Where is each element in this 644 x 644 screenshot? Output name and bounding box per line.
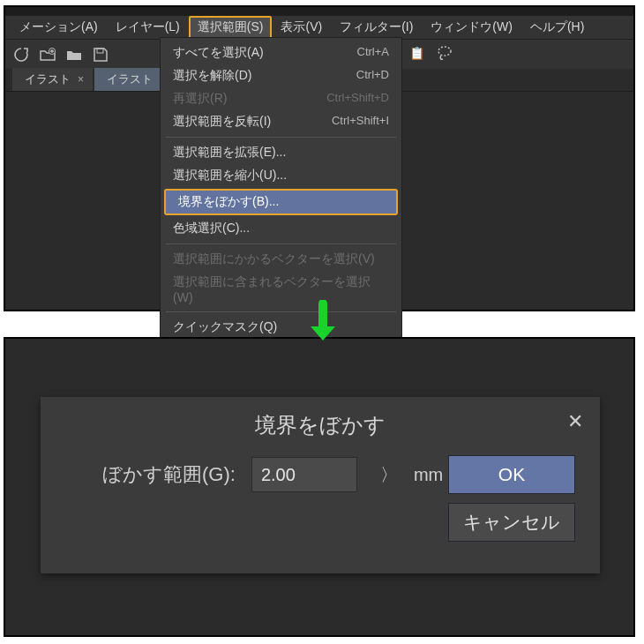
open-folder-icon[interactable] <box>64 44 85 65</box>
refresh-icon[interactable] <box>11 44 32 65</box>
menu-filter[interactable]: フィルター(I) <box>331 16 422 39</box>
menu-select-vectors-contained: 選択範囲に含まれるベクターを選択(W) <box>161 271 401 308</box>
menu-expand-selection[interactable]: 選択範囲を拡張(E)... <box>161 141 401 164</box>
cancel-button[interactable]: キャンセル <box>448 503 575 542</box>
window-titlebar <box>5 7 633 16</box>
tab-label: イラスト <box>25 71 71 87</box>
menu-separator <box>166 137 396 138</box>
close-icon[interactable]: × <box>78 73 84 86</box>
menu-deselect[interactable]: 選択を解除(D)Ctrl+D <box>161 64 401 87</box>
menu-reselect: 再選択(R)Ctrl+Shift+D <box>161 87 401 110</box>
save-icon[interactable] <box>90 44 111 65</box>
menu-view[interactable]: 表示(V) <box>272 16 331 39</box>
blur-range-label: ぼかす範囲(G): <box>102 461 236 488</box>
tab-label: イラスト <box>107 71 153 87</box>
app-window-top: メーション(A) レイヤー(L) 選択範囲(S) 表示(V) フィルター(I) … <box>4 5 635 311</box>
menu-help[interactable]: ヘルプ(H) <box>521 16 593 39</box>
app-window-bottom: 境界をぼかす ✕ ぼかす範囲(G): 〉 mm OK キャンセル <box>4 337 635 637</box>
menu-separator <box>166 243 396 244</box>
unit-label: mm <box>414 465 443 485</box>
lasso-icon[interactable] <box>434 42 455 64</box>
clipboard-icon[interactable]: 📋 <box>406 42 427 64</box>
menu-animation[interactable]: メーション(A) <box>11 16 107 39</box>
blur-border-dialog: 境界をぼかす ✕ ぼかす範囲(G): 〉 mm OK キャンセル <box>41 397 600 573</box>
menu-shrink-selection[interactable]: 選択範囲を縮小(U)... <box>161 164 401 187</box>
menu-blur-border-highlight: 境界をぼかす(B)... <box>164 189 398 215</box>
chevron-right-icon[interactable]: 〉 <box>380 463 398 487</box>
add-folder-icon[interactable] <box>37 44 58 65</box>
menu-select-vectors-touching: 選択範囲にかかるベクターを選択(V) <box>161 248 401 271</box>
toolbar-right: 📋 <box>406 42 455 64</box>
menu-separator <box>166 311 396 312</box>
blur-range-input[interactable] <box>251 457 357 492</box>
selection-menu-dropdown: すべてを選択(A)Ctrl+A 選択を解除(D)Ctrl+D 再選択(R)Ctr… <box>160 37 402 366</box>
menu-select-all[interactable]: すべてを選択(A)Ctrl+A <box>161 41 401 64</box>
menu-color-range[interactable]: 色域選択(C)... <box>161 217 401 240</box>
menu-blur-border[interactable]: 境界をぼかす(B)... <box>166 191 396 213</box>
menu-quick-mask[interactable]: クイックマスク(Q) <box>161 316 401 339</box>
ok-button[interactable]: OK <box>448 455 575 494</box>
menu-selection[interactable]: 選択範囲(S) <box>189 16 273 39</box>
menu-layer[interactable]: レイヤー(L) <box>107 16 189 39</box>
menu-window[interactable]: ウィンドウ(W) <box>422 16 521 39</box>
dialog-title: 境界をぼかす <box>41 397 600 439</box>
arrow-down-icon <box>305 300 341 348</box>
close-icon[interactable]: ✕ <box>563 409 588 434</box>
tab-illustration-2[interactable]: イラスト <box>94 68 161 91</box>
tab-illustration-1[interactable]: イラスト × <box>12 68 93 91</box>
menu-invert[interactable]: 選択範囲を反転(I)Ctrl+Shift+I <box>161 110 401 133</box>
menubar: メーション(A) レイヤー(L) 選択範囲(S) 表示(V) フィルター(I) … <box>5 16 633 39</box>
svg-point-2 <box>438 47 451 56</box>
